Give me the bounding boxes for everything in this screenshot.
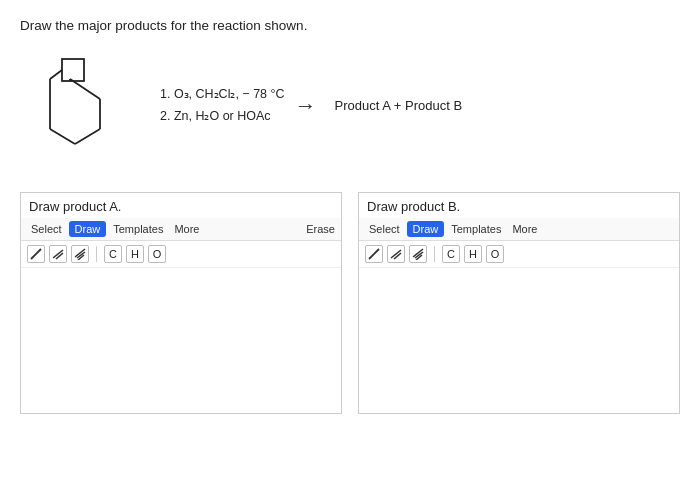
panel-b-select-btn[interactable]: Select — [365, 221, 404, 237]
question-text: Draw the major products for the reaction… — [20, 18, 680, 33]
reaction-arrow-icon: → — [295, 93, 317, 119]
svg-line-4 — [70, 79, 100, 99]
panel-b-single-bond-icon[interactable] — [365, 245, 383, 263]
svg-rect-5 — [62, 59, 84, 81]
panel-b-bond-toolbar: C H O — [359, 241, 679, 268]
panel-b-title: Draw product B. — [359, 193, 679, 218]
panel-a-hydrogen-btn[interactable]: H — [126, 245, 144, 263]
reaction-area: 1. O₃, CH₂Cl₂, − 78 °C 2. Zn, H₂O or HOA… — [20, 49, 680, 162]
panel-b-templates-btn[interactable]: Templates — [447, 221, 505, 237]
panel-a-draw-btn[interactable]: Draw — [69, 221, 107, 237]
reaction-conditions: 1. O₃, CH₂Cl₂, − 78 °C 2. Zn, H₂O or HOA… — [160, 84, 285, 127]
panel-a-single-bond-icon[interactable] — [27, 245, 45, 263]
panel-a-title: Draw product A. — [21, 193, 341, 218]
draw-panels: Draw product A. Select Draw Templates Mo… — [20, 192, 680, 414]
panel-a-toolbar: Select Draw Templates More Erase — [21, 218, 341, 241]
panel-b-triple-bond-icon[interactable] — [409, 245, 427, 263]
panel-a-templates-btn[interactable]: Templates — [109, 221, 167, 237]
svg-line-6 — [50, 70, 62, 79]
draw-panel-a: Draw product A. Select Draw Templates Mo… — [20, 192, 342, 414]
reaction-arrow-area: → — [295, 93, 317, 119]
draw-panel-b: Draw product B. Select Draw Templates Mo… — [358, 192, 680, 414]
panel-a-more-btn[interactable]: More — [170, 221, 203, 237]
panel-b-oxygen-btn[interactable]: O — [486, 245, 504, 263]
svg-line-2 — [75, 129, 100, 144]
panel-b-hydrogen-btn[interactable]: H — [464, 245, 482, 263]
svg-line-14 — [369, 249, 379, 259]
condition-line-2: 2. Zn, H₂O or HOAc — [160, 106, 285, 127]
panel-a-canvas[interactable] — [21, 268, 341, 413]
panel-a-triple-bond-icon[interactable] — [71, 245, 89, 263]
panel-b-double-bond-icon[interactable] — [387, 245, 405, 263]
panel-a-separator — [96, 246, 97, 262]
svg-line-1 — [50, 129, 75, 144]
panel-b-more-btn[interactable]: More — [508, 221, 541, 237]
panel-b-draw-btn[interactable]: Draw — [407, 221, 445, 237]
panel-b-carbon-btn[interactable]: C — [442, 245, 460, 263]
panel-a-double-bond-icon[interactable] — [49, 245, 67, 263]
panel-b-toolbar: Select Draw Templates More — [359, 218, 679, 241]
panel-a-select-btn[interactable]: Select — [27, 221, 66, 237]
panel-b-canvas[interactable] — [359, 268, 679, 413]
svg-line-8 — [31, 249, 41, 259]
panel-a-erase-btn[interactable]: Erase — [306, 223, 335, 235]
panel-a-oxygen-btn[interactable]: O — [148, 245, 166, 263]
panel-b-separator — [434, 246, 435, 262]
condition-line-1: 1. O₃, CH₂Cl₂, − 78 °C — [160, 84, 285, 105]
reactant-molecule — [40, 49, 130, 162]
product-label: Product A + Product B — [335, 98, 463, 113]
panel-a-carbon-btn[interactable]: C — [104, 245, 122, 263]
page: Draw the major products for the reaction… — [0, 0, 700, 432]
panel-a-bond-toolbar: C H O — [21, 241, 341, 268]
